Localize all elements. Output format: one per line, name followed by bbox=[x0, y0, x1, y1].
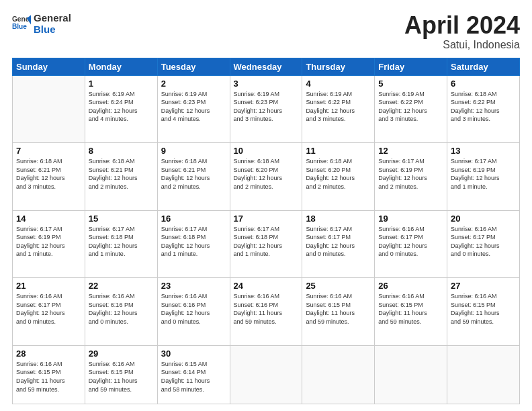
calendar-cell: 28Sunrise: 6:16 AMSunset: 6:15 PMDayligh… bbox=[13, 345, 85, 404]
header-tuesday: Tuesday bbox=[157, 58, 230, 75]
calendar-week-3: 14Sunrise: 6:17 AMSunset: 6:19 PMDayligh… bbox=[13, 210, 520, 278]
calendar-cell: 14Sunrise: 6:17 AMSunset: 6:19 PMDayligh… bbox=[13, 210, 85, 278]
header-sunday: Sunday bbox=[13, 58, 85, 75]
day-info: Sunrise: 6:16 AMSunset: 6:15 PMDaylight:… bbox=[378, 292, 443, 326]
calendar-cell: 11Sunrise: 6:18 AMSunset: 6:20 PMDayligh… bbox=[302, 143, 375, 211]
day-info: Sunrise: 6:15 AMSunset: 6:14 PMDaylight:… bbox=[161, 360, 226, 394]
day-number: 12 bbox=[378, 146, 443, 156]
day-info: Sunrise: 6:17 AMSunset: 6:19 PMDaylight:… bbox=[451, 157, 516, 191]
day-info: Sunrise: 6:18 AMSunset: 6:22 PMDaylight:… bbox=[451, 90, 516, 124]
day-info: Sunrise: 6:16 AMSunset: 6:15 PMDaylight:… bbox=[451, 292, 516, 326]
calendar-cell: 7Sunrise: 6:18 AMSunset: 6:21 PMDaylight… bbox=[13, 143, 85, 211]
calendar-cell: 1Sunrise: 6:19 AMSunset: 6:24 PMDaylight… bbox=[85, 75, 157, 143]
day-number: 18 bbox=[306, 214, 371, 224]
calendar-cell: 25Sunrise: 6:16 AMSunset: 6:15 PMDayligh… bbox=[302, 278, 375, 346]
calendar-cell: 10Sunrise: 6:18 AMSunset: 6:20 PMDayligh… bbox=[230, 143, 302, 211]
header-saturday: Saturday bbox=[447, 58, 520, 75]
calendar-cell: 21Sunrise: 6:16 AMSunset: 6:17 PMDayligh… bbox=[13, 278, 85, 346]
calendar-cell: 2Sunrise: 6:19 AMSunset: 6:23 PMDaylight… bbox=[157, 75, 230, 143]
calendar-cell: 23Sunrise: 6:16 AMSunset: 6:16 PMDayligh… bbox=[157, 278, 230, 346]
day-number: 26 bbox=[378, 281, 443, 291]
day-number: 7 bbox=[16, 146, 81, 156]
calendar-cell: 22Sunrise: 6:16 AMSunset: 6:16 PMDayligh… bbox=[85, 278, 157, 346]
calendar-cell bbox=[13, 75, 85, 143]
location-subtitle: Satui, Indonesia bbox=[404, 39, 520, 51]
header-thursday: Thursday bbox=[302, 58, 375, 75]
month-title: April 2024 bbox=[404, 12, 520, 39]
day-info: Sunrise: 6:16 AMSunset: 6:16 PMDaylight:… bbox=[89, 292, 154, 326]
day-info: Sunrise: 6:17 AMSunset: 6:19 PMDaylight:… bbox=[16, 225, 81, 259]
logo-general: General bbox=[34, 12, 71, 24]
calendar-cell: 18Sunrise: 6:17 AMSunset: 6:17 PMDayligh… bbox=[302, 210, 375, 278]
day-number: 17 bbox=[234, 214, 299, 224]
day-number: 15 bbox=[89, 214, 154, 224]
title-block: April 2024 Satui, Indonesia bbox=[404, 12, 520, 51]
calendar-cell: 27Sunrise: 6:16 AMSunset: 6:15 PMDayligh… bbox=[447, 278, 520, 346]
day-number: 8 bbox=[89, 146, 154, 156]
calendar-week-1: 1Sunrise: 6:19 AMSunset: 6:24 PMDaylight… bbox=[13, 75, 520, 143]
calendar-week-4: 21Sunrise: 6:16 AMSunset: 6:17 PMDayligh… bbox=[13, 278, 520, 346]
day-info: Sunrise: 6:18 AMSunset: 6:21 PMDaylight:… bbox=[16, 157, 81, 191]
calendar-cell: 12Sunrise: 6:17 AMSunset: 6:19 PMDayligh… bbox=[375, 143, 447, 211]
calendar-cell: 3Sunrise: 6:19 AMSunset: 6:23 PMDaylight… bbox=[230, 75, 302, 143]
calendar-week-2: 7Sunrise: 6:18 AMSunset: 6:21 PMDaylight… bbox=[13, 143, 520, 211]
day-info: Sunrise: 6:18 AMSunset: 6:20 PMDaylight:… bbox=[234, 157, 299, 191]
day-number: 23 bbox=[161, 281, 226, 291]
calendar-cell: 9Sunrise: 6:18 AMSunset: 6:21 PMDaylight… bbox=[157, 143, 230, 211]
day-info: Sunrise: 6:19 AMSunset: 6:23 PMDaylight:… bbox=[234, 90, 299, 124]
day-number: 4 bbox=[306, 79, 371, 89]
day-info: Sunrise: 6:16 AMSunset: 6:15 PMDaylight:… bbox=[16, 360, 81, 394]
day-info: Sunrise: 6:18 AMSunset: 6:21 PMDaylight:… bbox=[161, 157, 226, 191]
header-row: Sunday Monday Tuesday Wednesday Thursday… bbox=[13, 58, 520, 75]
day-number: 19 bbox=[378, 214, 443, 224]
day-number: 10 bbox=[234, 146, 299, 156]
day-info: Sunrise: 6:19 AMSunset: 6:22 PMDaylight:… bbox=[306, 90, 371, 124]
day-number: 24 bbox=[234, 281, 299, 291]
day-number: 13 bbox=[451, 146, 516, 156]
calendar-cell: 5Sunrise: 6:19 AMSunset: 6:22 PMDaylight… bbox=[375, 75, 447, 143]
header: General Blue General Blue April 2024 Sat… bbox=[12, 12, 520, 51]
calendar-week-5: 28Sunrise: 6:16 AMSunset: 6:15 PMDayligh… bbox=[13, 345, 520, 404]
day-info: Sunrise: 6:16 AMSunset: 6:16 PMDaylight:… bbox=[161, 292, 226, 326]
day-info: Sunrise: 6:17 AMSunset: 6:19 PMDaylight:… bbox=[378, 157, 443, 191]
calendar-cell: 13Sunrise: 6:17 AMSunset: 6:19 PMDayligh… bbox=[447, 143, 520, 211]
day-number: 30 bbox=[161, 349, 226, 359]
logo-icon: General Blue bbox=[12, 14, 31, 33]
header-friday: Friday bbox=[375, 58, 447, 75]
day-info: Sunrise: 6:19 AMSunset: 6:22 PMDaylight:… bbox=[378, 90, 443, 124]
day-info: Sunrise: 6:17 AMSunset: 6:17 PMDaylight:… bbox=[306, 225, 371, 259]
calendar-cell: 24Sunrise: 6:16 AMSunset: 6:16 PMDayligh… bbox=[230, 278, 302, 346]
day-info: Sunrise: 6:16 AMSunset: 6:15 PMDaylight:… bbox=[89, 360, 154, 394]
day-info: Sunrise: 6:17 AMSunset: 6:18 PMDaylight:… bbox=[161, 225, 226, 259]
day-number: 29 bbox=[89, 349, 154, 359]
day-number: 22 bbox=[89, 281, 154, 291]
calendar-cell bbox=[375, 345, 447, 404]
page: General Blue General Blue April 2024 Sat… bbox=[0, 0, 532, 411]
calendar-cell: 26Sunrise: 6:16 AMSunset: 6:15 PMDayligh… bbox=[375, 278, 447, 346]
calendar-cell: 16Sunrise: 6:17 AMSunset: 6:18 PMDayligh… bbox=[157, 210, 230, 278]
calendar-cell: 4Sunrise: 6:19 AMSunset: 6:22 PMDaylight… bbox=[302, 75, 375, 143]
calendar-cell bbox=[447, 345, 520, 404]
calendar-cell bbox=[302, 345, 375, 404]
logo: General Blue General Blue bbox=[12, 12, 71, 36]
calendar-cell: 15Sunrise: 6:17 AMSunset: 6:18 PMDayligh… bbox=[85, 210, 157, 278]
calendar-cell: 30Sunrise: 6:15 AMSunset: 6:14 PMDayligh… bbox=[157, 345, 230, 404]
calendar-cell: 29Sunrise: 6:16 AMSunset: 6:15 PMDayligh… bbox=[85, 345, 157, 404]
header-monday: Monday bbox=[85, 58, 157, 75]
day-info: Sunrise: 6:16 AMSunset: 6:15 PMDaylight:… bbox=[306, 292, 371, 326]
day-number: 5 bbox=[378, 79, 443, 89]
calendar-table: Sunday Monday Tuesday Wednesday Thursday… bbox=[12, 58, 520, 404]
day-info: Sunrise: 6:16 AMSunset: 6:16 PMDaylight:… bbox=[234, 292, 299, 326]
calendar-cell bbox=[230, 345, 302, 404]
header-wednesday: Wednesday bbox=[230, 58, 302, 75]
day-info: Sunrise: 6:17 AMSunset: 6:18 PMDaylight:… bbox=[234, 225, 299, 259]
calendar-cell: 20Sunrise: 6:16 AMSunset: 6:17 PMDayligh… bbox=[447, 210, 520, 278]
day-number: 6 bbox=[451, 79, 516, 89]
day-info: Sunrise: 6:18 AMSunset: 6:21 PMDaylight:… bbox=[89, 157, 154, 191]
calendar-cell: 6Sunrise: 6:18 AMSunset: 6:22 PMDaylight… bbox=[447, 75, 520, 143]
day-info: Sunrise: 6:19 AMSunset: 6:24 PMDaylight:… bbox=[89, 90, 154, 124]
day-number: 16 bbox=[161, 214, 226, 224]
day-info: Sunrise: 6:18 AMSunset: 6:20 PMDaylight:… bbox=[306, 157, 371, 191]
day-number: 28 bbox=[16, 349, 81, 359]
day-number: 9 bbox=[161, 146, 226, 156]
